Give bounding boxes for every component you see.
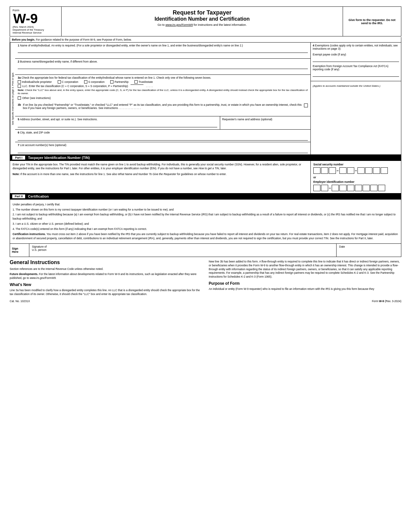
exempt-payee-input[interactable]: [313, 57, 399, 62]
form-number: W-9: [13, 12, 38, 25]
field6-row: 6 City, state, and ZIP code: [15, 130, 310, 142]
signature-area[interactable]: Signature of U.S. person: [29, 244, 337, 257]
address-row5: 5 Address (number, street, and apt. or s…: [15, 116, 310, 130]
ein-boxes: –: [313, 185, 398, 191]
tin-section: Enter your TIN in the appropriate box. T…: [10, 161, 401, 193]
cb-individual-label: Individual/sole proprietor: [22, 80, 52, 84]
ssn-box1[interactable]: [313, 167, 320, 174]
ssn-box2[interactable]: [321, 167, 328, 174]
page: Form W-9 (Rev. March 2024) Department of…: [0, 0, 411, 309]
cert-text: Under penalties of perjury, I certify th…: [10, 200, 401, 243]
field2-input[interactable]: [18, 64, 308, 69]
gen-left: General Instructions Section references …: [10, 259, 202, 297]
exempt-fatca-label: Exemption from Foreign Account Tax Compl…: [313, 64, 399, 71]
part2-title: Certification: [28, 194, 49, 198]
ein-box1[interactable]: [313, 185, 320, 191]
cb-s-corp-box[interactable]: [84, 80, 87, 84]
requester-label: Requester's name and address (optional): [222, 118, 308, 121]
here-word: Here: [12, 250, 27, 253]
ssn-boxes: – –: [313, 167, 398, 174]
sig-label: Signature of: [32, 245, 334, 248]
tin-right: Social security number – – or Employer i…: [311, 161, 401, 193]
go-to-text: Go to: [158, 23, 165, 26]
field5-input[interactable]: [18, 122, 217, 127]
ssn-box9[interactable]: [381, 167, 388, 174]
llc-dots: . . . . .: [146, 84, 153, 88]
cb-3b-box[interactable]: [304, 103, 308, 107]
future-dev: Future developments. For the latest info…: [10, 272, 202, 280]
before-begin: Before you begin. For guidance related t…: [10, 37, 401, 43]
cb-c-corp-box[interactable]: [58, 80, 61, 84]
title2: Identification Number and Certification: [65, 16, 339, 22]
form-url: www.irs.gov/FormW9: [165, 23, 193, 26]
whats-new-title: What's New: [10, 282, 202, 288]
sign-label: Sign Here: [10, 244, 29, 257]
title1: Request for Taxpayer: [65, 9, 339, 16]
ssn-label: Social security number: [313, 163, 398, 166]
cb-llc[interactable]: [18, 84, 21, 88]
date-area[interactable]: Date: [337, 244, 401, 257]
exemptions-label: 4 Exemptions (codes apply only to certai…: [313, 44, 399, 50]
cb-partnership-box[interactable]: [110, 80, 113, 84]
cb-trust[interactable]: Trust/estate: [134, 80, 153, 84]
note-label: Note:: [18, 89, 24, 92]
ein-box4[interactable]: [339, 185, 347, 191]
ein-box3[interactable]: [332, 185, 339, 191]
ein-box2[interactable]: [321, 185, 328, 191]
tin-note-text: If the account is in more than one name,…: [20, 172, 117, 176]
cb-other-box[interactable]: [18, 96, 21, 100]
applies-section: (Applies to accounts maintained outside …: [311, 81, 401, 89]
field3a-row: 3a Check the appropriate box for federal…: [15, 75, 310, 102]
future-label: Future developments.: [10, 272, 38, 276]
field3a-text: Check the appropriate box for federal ta…: [22, 76, 211, 79]
ein-box8[interactable]: [370, 185, 377, 191]
footer-form-label: Form: [372, 300, 378, 303]
form-ref: Form W-9 (Rev. 3-2024): [372, 300, 401, 303]
cb-c-corp-label: C corporation: [62, 80, 78, 84]
cb-trust-box[interactable]: [134, 80, 138, 84]
field6-num: 6: [18, 131, 19, 134]
cb-partnership[interactable]: Partnership: [110, 80, 128, 84]
sig-sub: U.S. person: [32, 248, 334, 251]
cert-item1: 1. The number shown on this form is my c…: [13, 208, 398, 212]
ssn-box4[interactable]: [339, 167, 347, 174]
form-header: Form W-9 (Rev. March 2024) Department of…: [10, 6, 401, 36]
field6-label: 6 City, state, and ZIP code: [18, 131, 308, 134]
cb-individual-box[interactable]: [18, 80, 21, 84]
ssn-box8[interactable]: [373, 167, 380, 174]
ssn-box3[interactable]: [329, 167, 336, 174]
field7-input[interactable]: [18, 148, 308, 153]
sign-section: Sign Here Signature of U.S. person Date: [10, 244, 401, 257]
tin-note-end: for guidelines on whose number to enter.: [177, 172, 227, 176]
field5-right: Requester's name and address (optional): [220, 116, 310, 129]
field6-input[interactable]: [18, 135, 308, 141]
cb-s-corp[interactable]: S corporation: [84, 80, 105, 84]
ein-box7[interactable]: [363, 185, 370, 191]
ein-box5[interactable]: [347, 185, 354, 191]
dept: Department of the Treasury: [13, 28, 59, 31]
date-label: Date: [339, 245, 398, 248]
cb-individual[interactable]: Individual/sole proprietor: [18, 80, 52, 84]
ein-box6[interactable]: [355, 185, 362, 191]
cb-c-corp[interactable]: C corporation: [58, 80, 78, 84]
field2-num: 2: [18, 60, 19, 63]
ssn-dash2: –: [355, 168, 357, 173]
cb-llc-label: LLC. Enter the tax classification (C = C…: [22, 84, 128, 88]
part2-header: Part II Certification: [10, 193, 401, 200]
field7-label: 7 List account number(s) here (optional): [18, 143, 308, 147]
field1-input[interactable]: [18, 48, 308, 53]
cert-instructions: Certification instructions. You must cro…: [13, 232, 398, 241]
ssn-box7[interactable]: [365, 167, 372, 174]
tin-note-label: Note:: [13, 172, 20, 176]
ssn-box6[interactable]: [357, 167, 365, 174]
cb-other-label: Other (see instructions): [22, 96, 51, 100]
field2-label: 2 Business name/disregarded entity name,…: [18, 60, 308, 63]
tin-italic: How to get a TIN,: [199, 167, 220, 170]
field7-num: 7: [18, 143, 19, 147]
ein-box9[interactable]: [378, 185, 385, 191]
cb-llc-box[interactable]: [18, 84, 21, 88]
ssn-box5[interactable]: [347, 167, 354, 174]
exempt-fatca-input[interactable]: [313, 72, 399, 77]
ein-dash: –: [329, 186, 331, 190]
right-panel: 4 Exemptions (codes apply only to certai…: [311, 43, 401, 154]
